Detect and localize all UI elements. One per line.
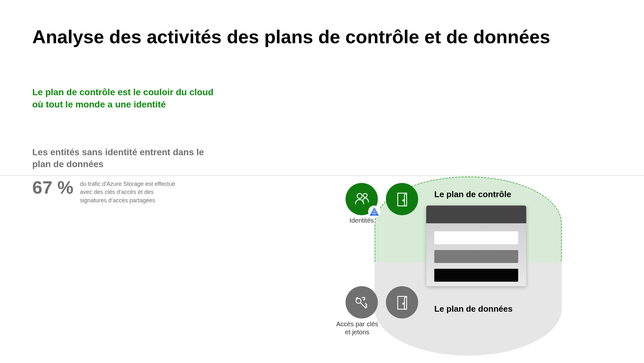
keys-label: Accès par clés et jetons <box>333 320 381 336</box>
control-plane-heading: Le plan de contrôle est le couloir du cl… <box>32 86 219 111</box>
slide-container: Analyse des activités des plans de contr… <box>0 0 644 363</box>
svg-point-0 <box>357 193 362 198</box>
pyramid-badge-icon <box>368 206 380 218</box>
svg-rect-7 <box>397 296 407 309</box>
app-row-black <box>434 269 518 282</box>
data-door-icon <box>386 286 418 318</box>
stat-percentage: 67 % <box>32 178 74 197</box>
app-row-white <box>434 231 518 244</box>
control-plane-label: Le plan de contrôle <box>434 189 511 199</box>
horizontal-divider <box>0 176 644 176</box>
stat-row: 67 % du trafic d'Azure Storage est effec… <box>32 178 219 205</box>
data-plane-heading: Les entités sans identité entrent dans l… <box>32 146 219 171</box>
app-row-gray <box>434 250 518 263</box>
content-area: Le plan de contrôle est le couloir du cl… <box>32 86 612 205</box>
svg-rect-4 <box>397 193 407 206</box>
svg-point-6 <box>356 298 361 303</box>
app-body <box>426 223 526 286</box>
door-icon <box>393 294 411 311</box>
app-header-bar <box>426 206 526 223</box>
application-box <box>426 206 526 286</box>
stat-description: du trafic d'Azure Storage est effectué a… <box>80 178 177 205</box>
svg-point-5 <box>403 200 404 201</box>
door-icon <box>393 190 411 208</box>
identities-label: Identités <box>337 217 386 224</box>
keys-token-icon <box>346 286 378 318</box>
svg-point-1 <box>363 193 367 197</box>
left-column: Le plan de contrôle est le couloir du cl… <box>32 86 232 205</box>
planes-diagram: Le plan de contrôle Le plan de données <box>337 176 579 363</box>
control-door-icon <box>386 183 418 215</box>
key-icon <box>353 294 371 311</box>
svg-point-8 <box>403 303 404 304</box>
slide-title: Analyse des activités des plans de contr… <box>32 26 612 47</box>
identities-icon <box>346 183 378 215</box>
data-plane-label: Le plan de données <box>434 304 513 314</box>
